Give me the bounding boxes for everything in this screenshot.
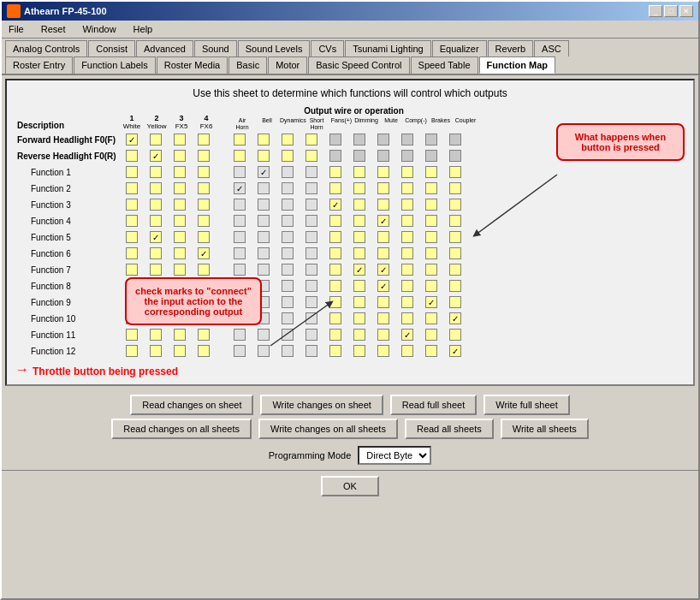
input-checkbox[interactable] (198, 166, 210, 178)
output-checkbox[interactable] (353, 312, 365, 324)
output-checkbox[interactable] (353, 296, 365, 308)
output-checkbox[interactable] (329, 247, 341, 259)
read-changes-all-sheets-button[interactable]: Read changes on all sheets (111, 419, 252, 439)
output-checkbox[interactable] (377, 134, 389, 146)
output-checkbox[interactable] (425, 280, 437, 292)
output-checkbox[interactable]: ✓ (234, 182, 246, 194)
output-checkbox[interactable] (258, 329, 270, 341)
tab-roster-media[interactable]: Roster Media (157, 56, 228, 74)
output-checkbox[interactable] (258, 247, 270, 259)
input-checkbox[interactable] (174, 247, 186, 259)
tab-consist[interactable]: Consist (88, 40, 135, 56)
output-checkbox[interactable]: ✓ (377, 215, 389, 227)
input-checkbox[interactable] (174, 231, 186, 243)
input-checkbox[interactable] (198, 231, 210, 243)
output-checkbox[interactable] (449, 280, 461, 292)
output-checkbox[interactable] (377, 182, 389, 194)
output-checkbox[interactable] (306, 264, 317, 276)
output-checkbox[interactable] (449, 134, 461, 146)
output-checkbox[interactable] (329, 296, 341, 308)
output-checkbox[interactable] (377, 231, 389, 243)
output-checkbox[interactable] (234, 345, 246, 357)
output-checkbox[interactable] (282, 264, 294, 276)
input-checkbox[interactable] (126, 182, 138, 194)
write-changes-on-sheet-button[interactable]: Write changes on sheet (260, 395, 383, 415)
output-checkbox[interactable] (401, 166, 413, 178)
output-checkbox[interactable] (282, 199, 294, 211)
output-checkbox[interactable] (282, 280, 294, 292)
output-checkbox[interactable] (377, 312, 389, 324)
output-checkbox[interactable] (425, 231, 437, 243)
input-checkbox[interactable]: ✓ (150, 150, 162, 162)
output-checkbox[interactable] (258, 134, 270, 146)
input-checkbox[interactable] (126, 264, 138, 276)
input-checkbox[interactable] (126, 166, 138, 178)
output-checkbox[interactable] (306, 280, 317, 292)
output-checkbox[interactable] (329, 329, 341, 341)
input-checkbox[interactable] (150, 329, 162, 341)
output-checkbox[interactable] (258, 182, 270, 194)
output-checkbox[interactable] (282, 329, 294, 341)
output-checkbox[interactable] (401, 296, 413, 308)
output-checkbox[interactable] (401, 134, 413, 146)
menu-help[interactable]: Help (130, 22, 157, 36)
output-checkbox[interactable] (401, 264, 413, 276)
tab-basic-speed-control[interactable]: Basic Speed Control (308, 56, 409, 74)
input-checkbox[interactable] (198, 182, 210, 194)
input-checkbox[interactable]: ✓ (150, 231, 162, 243)
output-checkbox[interactable] (306, 166, 317, 178)
output-checkbox[interactable]: ✓ (377, 280, 389, 292)
output-checkbox[interactable] (306, 247, 317, 259)
tab-speed-table[interactable]: Speed Table (411, 56, 478, 74)
tab-advanced[interactable]: Advanced (136, 40, 193, 56)
input-checkbox[interactable] (174, 166, 186, 178)
output-checkbox[interactable] (282, 231, 294, 243)
output-checkbox[interactable] (282, 215, 294, 227)
tab-basic[interactable]: Basic (228, 56, 267, 74)
output-checkbox[interactable] (329, 264, 341, 276)
tab-equalizer[interactable]: Equalizer (432, 40, 487, 56)
input-checkbox[interactable] (174, 182, 186, 194)
output-checkbox[interactable] (377, 199, 389, 211)
output-checkbox[interactable] (306, 150, 317, 162)
output-checkbox[interactable] (449, 247, 461, 259)
output-checkbox[interactable] (401, 150, 413, 162)
output-checkbox[interactable] (449, 199, 461, 211)
output-checkbox[interactable] (377, 345, 389, 357)
output-checkbox[interactable] (282, 134, 294, 146)
output-checkbox[interactable] (449, 329, 461, 341)
output-checkbox[interactable] (306, 312, 317, 324)
output-checkbox[interactable] (282, 312, 294, 324)
output-checkbox[interactable] (377, 329, 389, 341)
input-checkbox[interactable] (150, 345, 162, 357)
tab-motor[interactable]: Motor (268, 56, 307, 74)
output-checkbox[interactable] (353, 199, 365, 211)
output-checkbox[interactable]: ✓ (425, 296, 437, 308)
output-checkbox[interactable] (377, 166, 389, 178)
output-checkbox[interactable] (353, 150, 365, 162)
output-checkbox[interactable] (425, 329, 437, 341)
input-checkbox[interactable] (150, 182, 162, 194)
read-full-sheet-button[interactable]: Read full sheet (390, 395, 477, 415)
output-checkbox[interactable] (425, 345, 437, 357)
output-checkbox[interactable] (401, 280, 413, 292)
output-checkbox[interactable] (353, 247, 365, 259)
output-checkbox[interactable] (353, 345, 365, 357)
output-checkbox[interactable] (377, 296, 389, 308)
output-checkbox[interactable] (306, 296, 317, 308)
input-checkbox[interactable] (126, 345, 138, 357)
tab-cvs[interactable]: CVs (311, 40, 344, 56)
input-checkbox[interactable] (150, 199, 162, 211)
output-checkbox[interactable] (234, 231, 246, 243)
output-checkbox[interactable] (353, 134, 365, 146)
ok-button[interactable]: OK (321, 476, 379, 496)
output-checkbox[interactable] (258, 215, 270, 227)
output-checkbox[interactable] (234, 329, 246, 341)
input-checkbox[interactable] (150, 134, 162, 146)
output-checkbox[interactable] (449, 166, 461, 178)
tab-sound[interactable]: Sound (194, 40, 237, 56)
prog-mode-select[interactable]: Direct Byte Paged Register (358, 446, 431, 465)
output-checkbox[interactable] (329, 182, 341, 194)
output-checkbox[interactable] (401, 199, 413, 211)
output-checkbox[interactable] (258, 345, 270, 357)
